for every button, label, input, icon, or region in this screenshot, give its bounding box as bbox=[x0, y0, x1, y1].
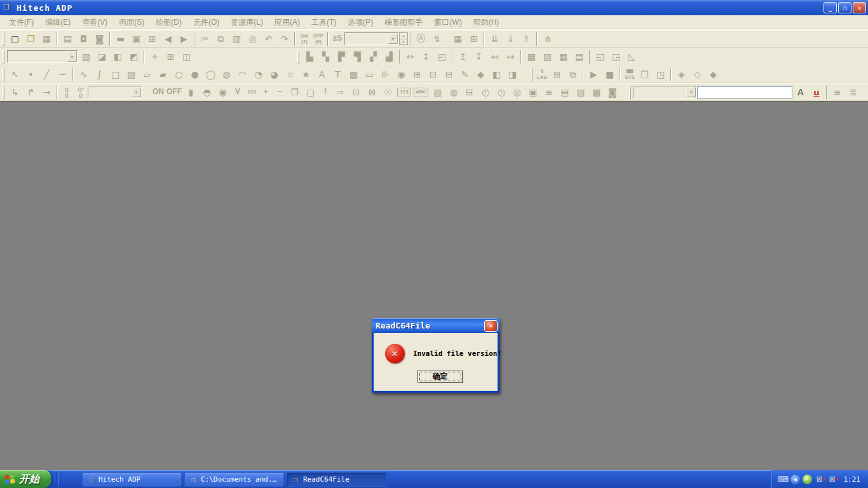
flash-button[interactable]: ↯ bbox=[429, 32, 445, 46]
wire-up-button[interactable]: ↱ bbox=[23, 85, 39, 100]
parallelogram-filled-button[interactable]: ▰ bbox=[155, 67, 171, 82]
align-vcenter-button[interactable]: ▞ bbox=[365, 50, 381, 64]
toolbar-grip[interactable] bbox=[629, 86, 631, 99]
window-numeric-button[interactable]: ⊡ bbox=[348, 85, 364, 100]
same-width-button[interactable]: ↔ bbox=[402, 50, 418, 64]
list-object-button[interactable]: ≡ bbox=[541, 85, 557, 100]
wire-right-button[interactable]: → bbox=[39, 85, 55, 100]
object-state-button[interactable]: ◧ bbox=[110, 50, 126, 64]
keyboard-layout-icon[interactable]: ⌨ bbox=[778, 474, 788, 484]
doc-export-button[interactable]: ⇨ bbox=[332, 85, 348, 100]
toolbar-grip[interactable] bbox=[297, 50, 299, 64]
scale-button[interactable]: ⊪ bbox=[377, 67, 393, 82]
text-align-center-button[interactable]: ≣ bbox=[845, 85, 861, 100]
circle-filled-button[interactable]: ● bbox=[187, 67, 203, 82]
send-back-button[interactable]: ▨ bbox=[539, 50, 555, 64]
text-entry-input[interactable] bbox=[697, 86, 792, 98]
select-button[interactable]: ↖ bbox=[7, 67, 23, 82]
lock-options-button[interactable]: ◆ bbox=[705, 67, 721, 82]
compile-download-button[interactable]: ⇊ bbox=[487, 32, 503, 46]
pie-button[interactable]: ◔ bbox=[250, 67, 266, 82]
taskbar-button-c-documents-and[interactable]: C:\Documents and... bbox=[184, 472, 284, 487]
state-spinner[interactable]: ▴▾ bbox=[399, 32, 408, 45]
stamp-button[interactable]: ◉ bbox=[393, 67, 409, 82]
cut-button[interactable]: ✂ bbox=[197, 32, 213, 46]
align-right-button[interactable]: ▛ bbox=[334, 50, 349, 64]
rect-button[interactable]: □ bbox=[107, 67, 123, 82]
align-left-button[interactable]: ▙ bbox=[302, 50, 318, 64]
spin-up-icon[interactable]: ▴ bbox=[400, 33, 407, 39]
hline-button[interactable]: ─ bbox=[55, 67, 71, 82]
object-browse-button[interactable]: ◩ bbox=[126, 50, 142, 64]
screen-manager-button[interactable]: ⊞ bbox=[144, 32, 160, 46]
rect-filled-button[interactable]: ▨ bbox=[123, 67, 139, 82]
redo-button[interactable]: ↷ bbox=[276, 32, 292, 46]
folder-new-button[interactable]: ▢ bbox=[302, 85, 318, 100]
texture-1-button[interactable]: ▩ bbox=[588, 85, 604, 100]
page-edit-button[interactable]: ◳ bbox=[653, 67, 668, 82]
center-point-button[interactable]: + bbox=[147, 50, 163, 64]
nudge-down-button[interactable]: ↧ bbox=[471, 50, 487, 64]
point-button[interactable]: • bbox=[23, 67, 39, 82]
wireless-disconnected-icon[interactable]: ⊠ bbox=[827, 474, 837, 484]
page-copy-button[interactable]: ❐ bbox=[637, 67, 653, 82]
close-button[interactable]: ✕ bbox=[853, 2, 866, 13]
menu-draw[interactable]: 绘图(D) bbox=[150, 17, 187, 28]
grid-setup-button[interactable]: ⊞ bbox=[466, 32, 482, 46]
clock-object-button[interactable]: ◷ bbox=[493, 85, 509, 100]
restore-button[interactable]: ❐ bbox=[838, 2, 851, 13]
font-button[interactable]: T bbox=[330, 67, 346, 82]
menu-screen[interactable]: 画面(S) bbox=[113, 17, 150, 28]
grid-cell-button[interactable]: ⊞ bbox=[163, 50, 179, 64]
bring-front-button[interactable]: ▩ bbox=[524, 50, 539, 64]
nudge-right-button[interactable]: ↦ bbox=[503, 50, 519, 64]
object-edit-button[interactable]: ◪ bbox=[94, 50, 110, 64]
wire-route-button[interactable]: ↳ bbox=[7, 85, 23, 100]
upload-button[interactable]: ⇑ bbox=[519, 32, 534, 46]
start-button[interactable]: 开始 bbox=[0, 470, 51, 488]
font-combo-combobox[interactable]: ▼ bbox=[634, 86, 697, 98]
screen-button[interactable]: ▬ bbox=[112, 32, 128, 46]
system-config-button[interactable]: ⋔ bbox=[539, 32, 555, 46]
paste-button[interactable]: ▥ bbox=[229, 32, 245, 46]
dialog-titlebar[interactable]: ReadC64File ✕ bbox=[372, 318, 499, 333]
minimize-button[interactable]: _ bbox=[824, 2, 837, 13]
lock-button[interactable]: ◈ bbox=[674, 67, 689, 82]
next-screen-button[interactable]: ▶ bbox=[176, 32, 192, 46]
frame-button[interactable]: ▭ bbox=[362, 67, 377, 82]
brush-fill-button[interactable]: ◆ bbox=[473, 67, 489, 82]
hide-tray-icons-chevron[interactable]: ◀ bbox=[790, 475, 800, 484]
download-button[interactable]: ⇓ bbox=[503, 32, 519, 46]
indicator-bulb-button[interactable]: ☉ bbox=[380, 85, 396, 100]
spin-down-icon[interactable]: ▾ bbox=[400, 39, 407, 45]
status-sts-button[interactable]: ⌨ STS bbox=[623, 67, 637, 82]
decrement-button[interactable]: − bbox=[273, 85, 287, 100]
link-left-button[interactable]: ◧ bbox=[489, 67, 505, 82]
network-disconnected-icon[interactable]: ⊠ bbox=[815, 474, 825, 484]
ungroup-button[interactable]: ◲ bbox=[608, 50, 624, 64]
underline-button[interactable]: u bbox=[808, 85, 824, 100]
numeric-button[interactable]: 123 bbox=[245, 85, 259, 100]
same-height-button[interactable]: ↕ bbox=[418, 50, 434, 64]
align-bottom-button[interactable]: ▟ bbox=[381, 50, 397, 64]
tag-button[interactable]: ◘ bbox=[76, 32, 92, 46]
bit-off-button[interactable]: OFF bbox=[165, 85, 183, 100]
prev-screen-button[interactable]: ◀ bbox=[160, 32, 176, 46]
meter-object-button[interactable]: ◉ bbox=[215, 85, 231, 100]
object-combo-combobox[interactable]: ▼ bbox=[7, 50, 78, 63]
alarm-setup-button[interactable]: ◙ bbox=[92, 32, 107, 46]
copy-button[interactable]: ⧉ bbox=[213, 32, 229, 46]
pie-filled-button[interactable]: ◕ bbox=[266, 67, 282, 82]
target-button[interactable]: ◎ bbox=[509, 85, 525, 100]
window-text-button[interactable]: ⊠ bbox=[364, 85, 380, 100]
circle-button[interactable]: ○ bbox=[171, 67, 187, 82]
grid-button[interactable]: ▦ bbox=[450, 32, 466, 46]
text-align-left-button[interactable]: ≡ bbox=[829, 85, 845, 100]
menu-ladder-helper[interactable]: 梯形图帮手 bbox=[379, 17, 428, 28]
screen-view-button[interactable]: ▣ bbox=[128, 32, 144, 46]
dialog-close-button[interactable]: ✕ bbox=[484, 320, 498, 332]
state-combo-combobox[interactable]: ▼ bbox=[344, 32, 399, 45]
bit-on-button[interactable]: ON bbox=[151, 85, 165, 100]
text-button[interactable]: A bbox=[314, 67, 330, 82]
nudge-left-button[interactable]: ↤ bbox=[487, 50, 503, 64]
